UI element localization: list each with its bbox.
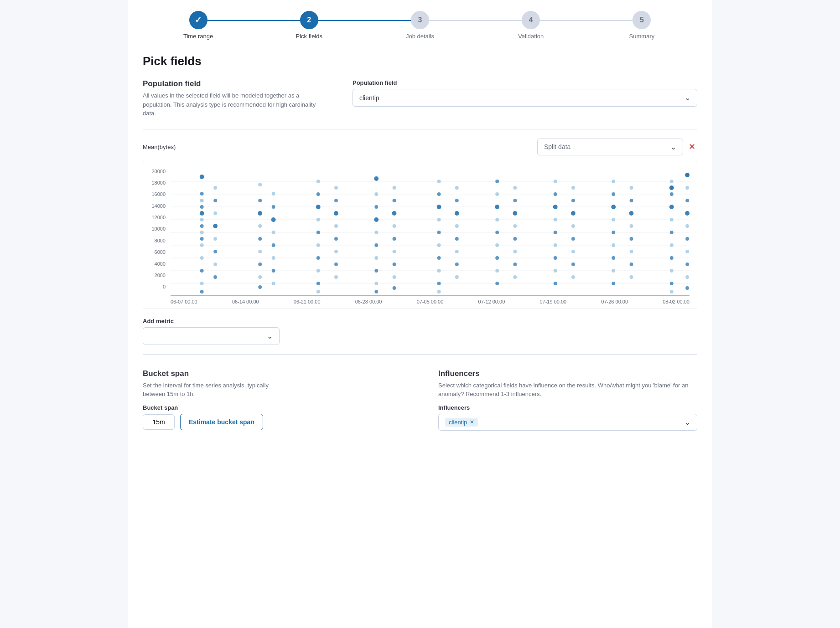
chevron-down-icon-influencers: ⌄ — [684, 418, 690, 427]
population-field-select[interactable]: clientip ⌄ — [353, 89, 697, 107]
svg-point-127 — [554, 243, 557, 247]
svg-point-34 — [258, 199, 262, 202]
svg-point-175 — [685, 275, 689, 279]
divider-2 — [143, 354, 697, 355]
stepper-label-4: Validation — [518, 33, 544, 40]
page-title: Pick fields — [143, 54, 697, 68]
svg-point-83 — [393, 250, 396, 253]
bottom-row: Bucket span Set the interval for time se… — [143, 369, 697, 431]
svg-point-117 — [513, 224, 517, 228]
svg-point-89 — [437, 205, 441, 209]
svg-point-101 — [455, 237, 459, 241]
stepper-number-4: 4 — [529, 16, 533, 24]
chevron-down-icon-metric: ⌄ — [267, 332, 273, 340]
svg-point-137 — [571, 263, 575, 266]
svg-point-118 — [513, 237, 517, 241]
svg-point-135 — [571, 237, 575, 241]
svg-point-112 — [495, 269, 499, 273]
stepper-number-3: 3 — [418, 16, 422, 24]
svg-point-105 — [495, 180, 499, 183]
chart-area — [171, 169, 690, 296]
stepper-circle-4: 4 — [522, 11, 540, 29]
bucket-span-input[interactable] — [143, 414, 175, 430]
bucket-span-field-label: Bucket span — [143, 404, 402, 411]
svg-point-107 — [495, 205, 499, 209]
svg-point-36 — [258, 224, 262, 228]
svg-point-15 — [200, 211, 204, 216]
svg-point-116 — [513, 211, 517, 216]
svg-point-47 — [272, 256, 275, 260]
svg-point-22 — [200, 269, 204, 273]
estimate-bucket-span-button[interactable]: Estimate bucket span — [180, 414, 263, 430]
x-label-4: 06-28 00:00 — [355, 299, 382, 304]
population-right: Population field clientip ⌄ — [353, 79, 697, 107]
close-chart-button[interactable]: ✕ — [687, 140, 697, 154]
svg-point-97 — [455, 186, 459, 190]
svg-point-14 — [200, 205, 204, 209]
y-label-18000: 18000 — [151, 180, 166, 185]
svg-point-69 — [374, 192, 378, 196]
svg-point-72 — [374, 231, 378, 234]
svg-point-28 — [213, 224, 218, 228]
svg-point-90 — [437, 218, 441, 221]
svg-point-63 — [334, 224, 338, 228]
svg-point-54 — [316, 231, 320, 234]
svg-point-167 — [685, 173, 690, 177]
svg-point-12 — [200, 192, 204, 196]
svg-point-147 — [612, 282, 615, 285]
svg-point-98 — [455, 199, 459, 202]
svg-point-16 — [200, 218, 204, 221]
y-label-10000: 10000 — [151, 226, 166, 232]
x-label-9: 08-02 00:00 — [663, 299, 690, 304]
svg-point-76 — [374, 282, 378, 285]
svg-point-35 — [258, 211, 262, 216]
stepper-label-3: Job details — [406, 33, 434, 40]
influencers-select[interactable]: clientip ✕ ⌄ — [438, 414, 697, 431]
svg-point-128 — [554, 256, 557, 260]
svg-point-73 — [374, 243, 378, 247]
svg-point-176 — [685, 286, 689, 290]
stepper-circle-5: 5 — [633, 11, 651, 29]
svg-point-23 — [200, 282, 204, 285]
svg-point-66 — [334, 263, 338, 266]
split-data-select[interactable]: Split data ⌄ — [537, 139, 683, 155]
svg-point-148 — [630, 186, 633, 190]
svg-point-71 — [374, 217, 379, 222]
svg-point-150 — [629, 211, 634, 216]
chart-header: Mean(bytes) Split data ⌄ ✕ — [143, 139, 697, 155]
svg-point-65 — [334, 250, 338, 253]
svg-point-154 — [630, 263, 633, 266]
population-left: Population field All values in the selec… — [143, 79, 316, 118]
svg-point-85 — [393, 275, 396, 279]
svg-point-30 — [213, 250, 217, 253]
add-metric-select[interactable]: ⌄ — [143, 327, 280, 345]
svg-point-126 — [554, 231, 557, 234]
chart-x-axis: 06-07 00:00 06-14 00:00 06-21 00:00 06-2… — [171, 299, 690, 304]
svg-point-125 — [554, 218, 557, 221]
svg-point-102 — [455, 250, 459, 253]
y-label-2000: 2000 — [155, 273, 166, 278]
svg-point-17 — [200, 224, 204, 228]
svg-point-42 — [272, 192, 275, 196]
svg-point-161 — [670, 231, 674, 234]
svg-point-93 — [437, 256, 441, 260]
svg-point-119 — [513, 250, 517, 253]
svg-point-155 — [630, 275, 633, 279]
stepper-step-validation[interactable]: 4 Validation — [476, 11, 586, 40]
svg-point-67 — [334, 275, 338, 279]
stepper-step-time-range[interactable]: ✓ Time range — [143, 11, 254, 40]
stepper-step-pick-fields[interactable]: 2 Pick fields — [254, 11, 364, 40]
svg-point-141 — [611, 205, 616, 209]
bucket-span-controls: Estimate bucket span — [143, 414, 402, 430]
svg-point-171 — [685, 224, 689, 228]
svg-point-122 — [554, 180, 557, 183]
stepper-step-job-details[interactable]: 3 Job details — [364, 11, 475, 40]
chart-y-axis: 20000 18000 16000 14000 12000 10000 8000… — [143, 169, 168, 290]
svg-point-37 — [258, 237, 262, 241]
chart-container: 20000 18000 16000 14000 12000 10000 8000… — [143, 161, 697, 309]
stepper-number-2: 2 — [307, 16, 311, 24]
influencer-tag-close[interactable]: ✕ — [470, 419, 474, 425]
stepper-step-summary[interactable]: 5 Summary — [586, 11, 697, 40]
svg-point-81 — [393, 224, 396, 228]
svg-point-152 — [630, 237, 633, 241]
